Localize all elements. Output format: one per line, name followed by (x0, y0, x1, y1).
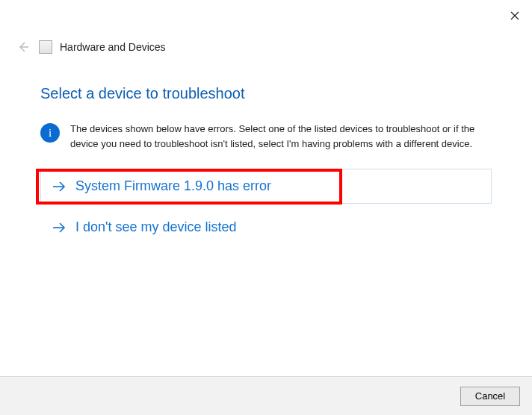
info-glyph: i (49, 127, 52, 140)
info-text: The devices shown below have errors. Sel… (70, 122, 492, 151)
close-icon (510, 11, 519, 20)
titlebar (0, 0, 532, 28)
option-firmware-wrap: System Firmware 1.9.0 has error (40, 169, 492, 204)
option-not-listed-label: I don't see my device listed (75, 219, 237, 235)
heading: Select a device to troubleshoot (40, 85, 492, 102)
back-button[interactable] (15, 39, 31, 55)
troubleshooter-icon (39, 40, 52, 54)
arrow-right-icon (52, 179, 66, 194)
arrow-right-icon (52, 220, 66, 235)
page-title: Hardware and Devices (60, 41, 166, 53)
option-firmware-label: System Firmware 1.9.0 has error (75, 178, 271, 194)
option-not-listed[interactable]: I don't see my device listed (40, 210, 492, 245)
close-button[interactable] (507, 7, 523, 24)
option-firmware[interactable]: System Firmware 1.9.0 has error (40, 169, 492, 204)
wizard-header: Hardware and Devices (0, 28, 532, 63)
info-row: i The devices shown below have errors. S… (40, 122, 492, 151)
info-icon: i (40, 123, 60, 143)
option-not-listed-wrap: I don't see my device listed (40, 210, 492, 245)
back-arrow-icon (17, 41, 29, 53)
footer: Cancel (0, 376, 532, 415)
content-area: Select a device to troubleshoot i The de… (0, 63, 532, 245)
cancel-button[interactable]: Cancel (460, 387, 520, 406)
